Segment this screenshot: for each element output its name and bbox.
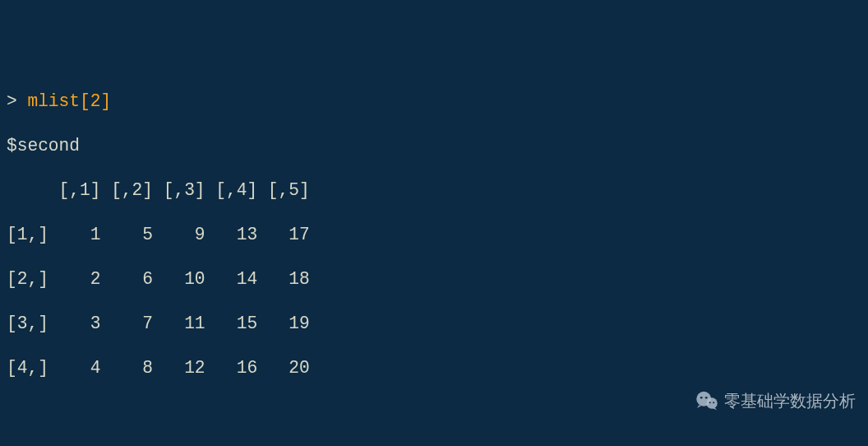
output-second-row4: [4,] 4 8 12 16 20 bbox=[7, 357, 868, 379]
svg-point-2 bbox=[700, 397, 703, 399]
watermark: 零基础学数据分析 bbox=[695, 388, 856, 413]
svg-point-1 bbox=[706, 397, 718, 409]
command-input-1[interactable]: mlist[2] bbox=[27, 91, 111, 111]
wechat-icon bbox=[695, 388, 719, 413]
watermark-text: 零基础学数据分析 bbox=[724, 390, 856, 412]
console-line: > mlist[2] bbox=[7, 91, 868, 113]
output-second-row1: [1,] 1 5 9 13 17 bbox=[7, 224, 868, 246]
output-second-header: $second bbox=[7, 135, 868, 157]
svg-point-3 bbox=[705, 397, 708, 399]
output-second-row3: [3,] 3 7 11 15 19 bbox=[7, 313, 868, 335]
prompt-symbol: > bbox=[7, 91, 27, 111]
output-second-colnames: [,1] [,2] [,3] [,4] [,5] bbox=[7, 179, 868, 202]
svg-point-5 bbox=[713, 402, 714, 403]
svg-point-4 bbox=[709, 402, 711, 403]
output-second-row2: [2,] 2 6 10 14 18 bbox=[7, 268, 868, 290]
